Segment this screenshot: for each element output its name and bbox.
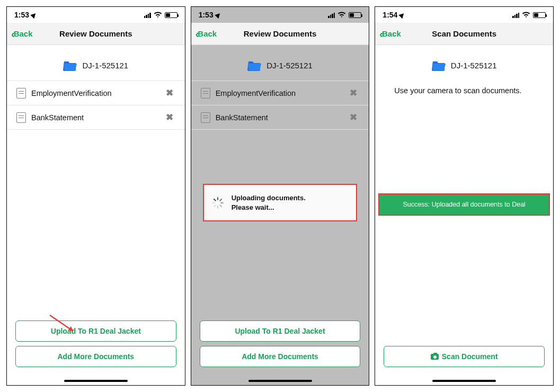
- document-icon: [16, 88, 26, 99]
- svg-line-3: [220, 199, 221, 200]
- document-icon: [16, 112, 26, 123]
- svg-line-7: [214, 205, 216, 207]
- instruction-text: Use your camera to scan documents.: [375, 81, 553, 96]
- battery-icon: [533, 12, 546, 18]
- list-item: BankStatement ✖: [191, 105, 369, 130]
- folder-icon: [63, 60, 77, 71]
- annotation-arrow-icon: [47, 312, 84, 341]
- upload-button[interactable]: Upload To R1 Deal Jacket: [200, 320, 361, 342]
- nav-bar: ‹ Back Review Documents: [7, 23, 185, 45]
- folder-label: DJ-1-525121: [451, 61, 497, 70]
- wifi-icon: [522, 12, 530, 18]
- remove-document-button[interactable]: ✖: [164, 87, 175, 99]
- scan-document-button[interactable]: Scan Document: [384, 346, 545, 367]
- battery-icon: [349, 12, 361, 18]
- back-button[interactable]: ‹ Back: [375, 29, 401, 39]
- list-item: EmploymentVerification ✖: [7, 81, 185, 105]
- camera-icon: [431, 354, 439, 360]
- wifi-icon: [154, 12, 162, 18]
- document-list: EmploymentVerification ✖ BankStatement ✖: [191, 81, 369, 130]
- back-button[interactable]: ‹ Back: [7, 29, 33, 39]
- folder-header: DJ-1-525121: [191, 45, 369, 81]
- wifi-icon: [337, 12, 346, 18]
- phone-screen-1: 1:53 ‹ Back Review Documents DJ-1-525121: [6, 6, 185, 386]
- status-time: 1:53: [14, 11, 29, 19]
- upload-button[interactable]: Upload To R1 Deal Jacket: [15, 320, 176, 342]
- status-bar: 1:54: [375, 7, 553, 23]
- spinner-icon: [211, 197, 224, 209]
- remove-document-button[interactable]: ✖: [164, 112, 175, 123]
- back-button[interactable]: ‹ Back: [191, 29, 217, 39]
- uploading-message: Uploading documents. Please wait...: [232, 193, 306, 212]
- document-icon: [201, 88, 210, 99]
- phone-screen-3: 1:54 ‹ Back Scan Documents DJ-1-525121 U…: [375, 6, 554, 386]
- success-banner: Success: Uploaded all documents to Deal: [378, 193, 550, 216]
- page-title: Review Documents: [7, 29, 185, 38]
- back-label: Back: [14, 29, 33, 38]
- phone-screen-2: 1:53 ‹ Back Review Documents DJ-1-525121: [191, 6, 370, 386]
- location-arrow-icon: [30, 11, 37, 18]
- back-label: Back: [198, 29, 217, 38]
- folder-header: DJ-1-525121: [7, 45, 185, 81]
- nav-bar: ‹ Back Scan Documents: [375, 23, 553, 45]
- folder-label: DJ-1-525121: [266, 61, 313, 70]
- home-indicator: [432, 380, 496, 382]
- add-more-documents-button[interactable]: Add More Documents: [200, 346, 361, 367]
- svg-line-9: [214, 199, 216, 200]
- battery-icon: [165, 12, 177, 18]
- folder-header: DJ-1-525121: [375, 45, 553, 81]
- document-icon: [201, 112, 210, 123]
- back-label: Back: [382, 29, 401, 38]
- page-title: Scan Documents: [375, 29, 553, 38]
- status-bar: 1:53: [7, 7, 185, 23]
- status-time: 1:54: [383, 11, 397, 19]
- folder-label: DJ-1-525121: [82, 61, 128, 70]
- document-name: BankStatement: [31, 113, 164, 122]
- folder-icon: [432, 60, 446, 71]
- document-name: EmploymentVerification: [31, 89, 164, 97]
- home-indicator: [248, 380, 312, 382]
- status-bar: 1:53: [191, 7, 369, 23]
- add-more-documents-button[interactable]: Add More Documents: [15, 346, 176, 367]
- document-name: BankStatement: [216, 113, 348, 122]
- location-arrow-icon: [399, 11, 406, 18]
- remove-document-button[interactable]: ✖: [348, 112, 359, 123]
- home-indicator: [64, 380, 128, 382]
- location-arrow-icon: [215, 11, 221, 18]
- list-item: EmploymentVerification ✖: [191, 81, 369, 105]
- document-list: EmploymentVerification ✖ BankStatement ✖: [7, 81, 185, 130]
- list-item: BankStatement ✖: [7, 105, 185, 130]
- cellular-signal-icon: [512, 12, 519, 18]
- uploading-dialog: Uploading documents. Please wait...: [203, 184, 358, 221]
- svg-line-5: [220, 205, 221, 207]
- page-title: Review Documents: [191, 29, 369, 38]
- scan-button-label: Scan Document: [442, 352, 498, 361]
- folder-icon: [247, 60, 261, 71]
- cellular-signal-icon: [144, 12, 151, 18]
- document-name: EmploymentVerification: [216, 89, 348, 97]
- status-time: 1:53: [199, 11, 214, 19]
- nav-bar: ‹ Back Review Documents: [191, 23, 369, 45]
- cellular-signal-icon: [328, 12, 335, 18]
- remove-document-button[interactable]: ✖: [348, 87, 359, 99]
